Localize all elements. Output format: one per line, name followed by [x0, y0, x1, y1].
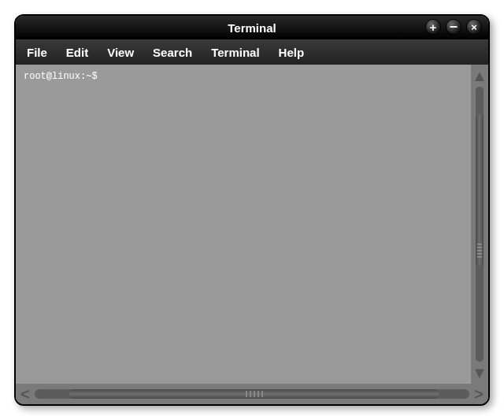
- new-tab-button[interactable]: +: [425, 19, 441, 35]
- horizontal-scroll-thumb[interactable]: [69, 389, 439, 399]
- scroll-left-arrow-icon[interactable]: <: [20, 386, 30, 402]
- menu-file[interactable]: File: [27, 46, 47, 59]
- scroll-right-arrow-icon[interactable]: >: [474, 386, 484, 402]
- window-controls: + – ×: [425, 19, 482, 35]
- terminal-window: Terminal + – × File Edit View Search Ter…: [14, 14, 490, 406]
- menu-help[interactable]: Help: [279, 46, 305, 59]
- menu-view[interactable]: View: [107, 46, 134, 59]
- scroll-up-arrow-icon[interactable]: ▲: [472, 68, 487, 84]
- minimize-button[interactable]: –: [446, 19, 461, 35]
- horizontal-scroll-track[interactable]: [35, 389, 470, 399]
- menu-edit[interactable]: Edit: [66, 46, 88, 59]
- vertical-scrollbar: ▲ ▼: [471, 65, 488, 384]
- close-icon: ×: [471, 22, 477, 32]
- vertical-scroll-track[interactable]: [476, 87, 484, 362]
- window-title: Terminal: [228, 21, 276, 35]
- menu-search[interactable]: Search: [153, 46, 192, 59]
- prompt: root@linux:~$: [24, 71, 98, 82]
- close-button[interactable]: ×: [466, 19, 482, 35]
- scroll-down-arrow-icon[interactable]: ▼: [472, 365, 487, 381]
- titlebar[interactable]: Terminal + – ×: [16, 16, 488, 39]
- plus-icon: +: [430, 21, 437, 33]
- minus-icon: –: [450, 19, 458, 33]
- horizontal-scrollbar: < >: [16, 384, 488, 404]
- terminal-output[interactable]: root@linux:~$: [16, 65, 471, 384]
- menubar: File Edit View Search Terminal Help: [16, 39, 488, 65]
- menu-terminal[interactable]: Terminal: [211, 46, 259, 59]
- content-area: root@linux:~$ ▲ ▼: [16, 65, 488, 384]
- vertical-scroll-thumb[interactable]: [476, 114, 484, 266]
